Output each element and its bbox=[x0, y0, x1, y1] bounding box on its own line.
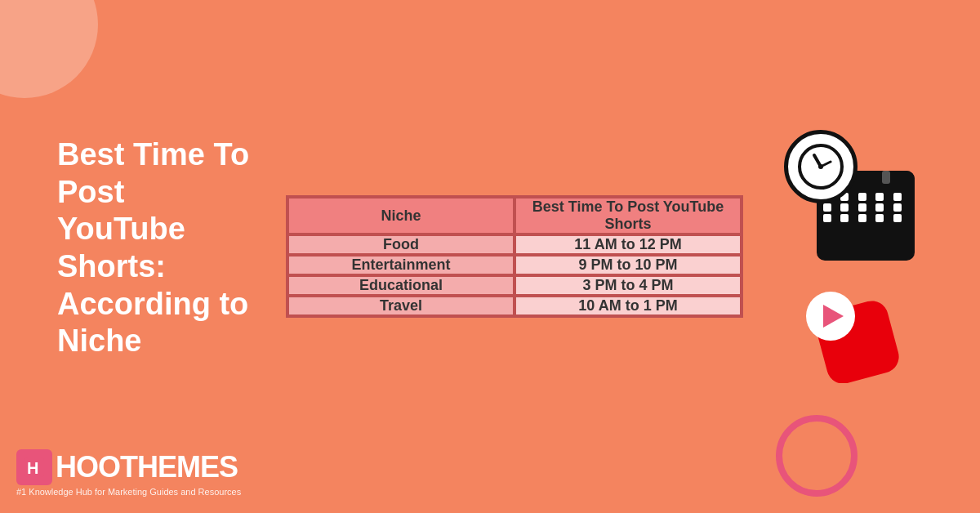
logo-svg: H bbox=[23, 456, 46, 479]
time-educational: 3 PM to 4 PM bbox=[514, 275, 742, 296]
page-container: Best Time To Post YouTube Shorts: Accord… bbox=[0, 0, 980, 513]
logo-icon: H bbox=[16, 449, 52, 485]
cal-dot bbox=[893, 203, 902, 212]
table-section: Niche Best Time To Post YouTube Shorts F… bbox=[278, 187, 751, 326]
col-header-time: Best Time To Post YouTube Shorts bbox=[514, 197, 742, 234]
logo-wrapper: H HOOTHEMES bbox=[16, 449, 238, 485]
table-row: Travel 10 AM to 1 PM bbox=[287, 296, 742, 316]
time-travel: 10 AM to 1 PM bbox=[514, 296, 742, 316]
cal-dot bbox=[858, 203, 866, 212]
cal-dot bbox=[875, 214, 884, 222]
data-table: Niche Best Time To Post YouTube Shorts F… bbox=[286, 195, 743, 318]
cal-dot bbox=[893, 214, 902, 222]
decorative-circle-top-left bbox=[0, 0, 98, 98]
logo-name: HOOTHEMES bbox=[56, 450, 238, 484]
niche-food: Food bbox=[287, 234, 514, 255]
svg-text:H: H bbox=[27, 459, 38, 477]
svg-point-3 bbox=[818, 164, 823, 169]
main-title: Best Time To Post YouTube Shorts: Accord… bbox=[57, 136, 253, 360]
cal-dot bbox=[840, 214, 849, 222]
niche-educational: Educational bbox=[287, 275, 514, 296]
logo-area: H HOOTHEMES #1 Knowledge Hub for Marketi… bbox=[16, 449, 241, 497]
youtube-shorts-icon bbox=[796, 285, 902, 383]
calendar-pin-right bbox=[882, 171, 890, 184]
cal-dot bbox=[823, 214, 831, 222]
yt-shorts-svg bbox=[796, 285, 902, 383]
table-row: Entertainment 9 PM to 10 PM bbox=[287, 255, 742, 275]
cal-dot bbox=[875, 193, 884, 201]
cal-dot bbox=[893, 193, 902, 201]
left-section: Best Time To Post YouTube Shorts: Accord… bbox=[33, 120, 278, 393]
logo-tagline: #1 Knowledge Hub for Marketing Guides an… bbox=[16, 487, 241, 497]
col-header-niche: Niche bbox=[287, 197, 514, 234]
time-food: 11 AM to 12 PM bbox=[514, 234, 742, 255]
cal-dot bbox=[858, 193, 866, 201]
niche-entertainment: Entertainment bbox=[287, 255, 514, 275]
cal-dot bbox=[823, 203, 831, 212]
cal-dot bbox=[875, 203, 884, 212]
right-section bbox=[751, 122, 947, 391]
clock-icon bbox=[784, 130, 858, 203]
cal-dot bbox=[858, 214, 866, 222]
clock-calendar-icon bbox=[784, 130, 915, 261]
time-entertainment: 9 PM to 10 PM bbox=[514, 255, 742, 275]
cal-dot bbox=[840, 203, 849, 212]
niche-travel: Travel bbox=[287, 296, 514, 316]
clock-svg bbox=[796, 142, 845, 191]
table-row: Educational 3 PM to 4 PM bbox=[287, 275, 742, 296]
table-row: Food 11 AM to 12 PM bbox=[287, 234, 742, 255]
decorative-circle-bottom-right bbox=[776, 415, 858, 497]
